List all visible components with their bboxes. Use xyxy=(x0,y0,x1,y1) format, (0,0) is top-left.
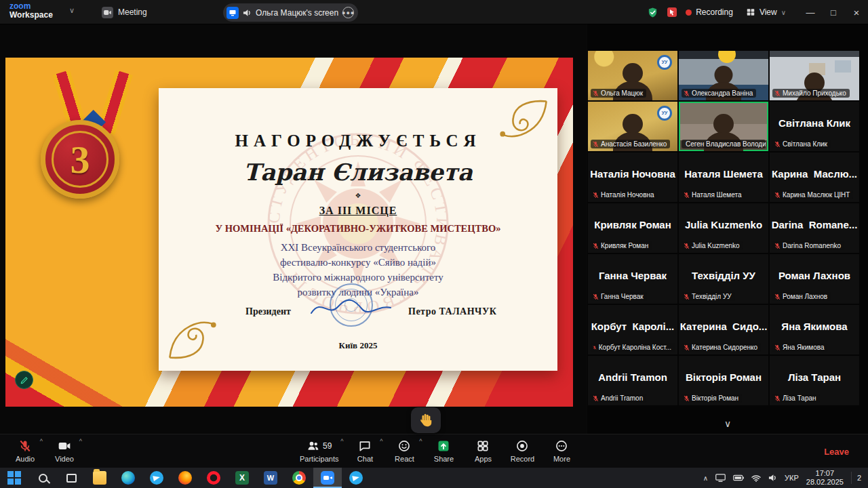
task-view-icon xyxy=(66,474,77,483)
chat-button[interactable]: ^Chat xyxy=(345,434,384,468)
participant-name-tile[interactable]: Кривляк РоманКривляк Роман xyxy=(588,203,677,253)
task-view-taskbar-button[interactable] xyxy=(57,468,85,488)
pencil-icon xyxy=(20,375,29,385)
react-icon xyxy=(397,439,411,453)
share-button[interactable]: Share xyxy=(424,434,463,468)
hidden-icons-chevron[interactable]: ∧ xyxy=(703,474,708,482)
pill-options-icon[interactable]: ●●● xyxy=(342,7,354,18)
apps-button[interactable]: Apps xyxy=(463,434,502,468)
start-taskbar-button[interactable] xyxy=(0,468,28,488)
view-button[interactable]: View ∨ xyxy=(742,5,790,20)
mic-off-icon xyxy=(593,90,599,97)
taskbar-apps xyxy=(0,468,370,488)
participant-name-label: Роман Лахнов xyxy=(772,292,831,301)
participant-name-tile[interactable]: Наталія НочовнаНаталія Ночовна xyxy=(588,152,677,202)
participant-name-text: Яна Якимова xyxy=(783,344,824,351)
video-button[interactable]: ^Video xyxy=(45,434,84,468)
record-button[interactable]: Record xyxy=(502,434,542,468)
shared-screen-title: Ольга Мацюк's screen xyxy=(256,8,338,18)
participant-name-label: Наталя Шемета xyxy=(682,190,745,199)
participant-name-label: Darina Romanenko xyxy=(772,241,844,250)
participant-name-tile[interactable]: Andrii TramonAndrii Tramon xyxy=(588,356,677,405)
recording-indicator[interactable]: Recording xyxy=(686,7,733,17)
participant-name-text: Михайло Приходько xyxy=(783,89,846,97)
participant-name-tile[interactable]: Катерина Сидо...Катерина Сидоренко xyxy=(679,305,768,354)
toolbar-button-label: Participants xyxy=(300,455,338,463)
chrome-taskbar-button[interactable] xyxy=(285,468,313,488)
participant-name-text: Олександра Ваніна xyxy=(692,89,753,97)
maximize-button[interactable]: □ xyxy=(822,0,845,24)
volume-icon[interactable] xyxy=(768,474,777,482)
participant-name-tile[interactable]: Вікторія РоманВікторія Роман xyxy=(679,356,768,405)
security-shield-icon[interactable] xyxy=(647,7,658,18)
more-button[interactable]: More xyxy=(542,434,581,468)
participant-name-tile[interactable]: Julia KuzmenkoJulia Kuzmenko xyxy=(679,203,768,253)
pointer-tool-icon[interactable] xyxy=(667,7,677,17)
participant-name-tile[interactable]: Ганна ЧервакГанна Червак xyxy=(588,254,677,304)
participant-video-tile[interactable]: Сеген Владислав Володи... xyxy=(679,102,768,151)
participants-scroll-down-button[interactable]: ∨ xyxy=(719,419,736,428)
react-button[interactable]: ^React xyxy=(384,434,424,468)
participant-display-name: Роман Лахнов xyxy=(770,269,859,281)
audio-button[interactable]: ^Audio xyxy=(5,434,45,468)
mic-off-icon xyxy=(774,90,781,97)
participant-name-text: Ольга Мацюк xyxy=(601,89,643,97)
close-button[interactable]: × xyxy=(845,0,868,24)
clock[interactable]: 17:07 28.02.2025 xyxy=(806,469,844,487)
wifi-icon[interactable] xyxy=(751,474,761,482)
word-taskbar-button[interactable] xyxy=(256,468,285,488)
tab-meeting[interactable]: Meeting xyxy=(96,4,153,20)
participant-name-tile[interactable]: Карина Маслю...Карина Маслюк ЦІНТ xyxy=(770,152,859,202)
participant-name-tile[interactable]: Яна ЯкимоваЯна Якимова xyxy=(770,305,859,354)
workspace-chevron-icon[interactable]: ∨ xyxy=(69,6,75,15)
participant-name-label: Andrii Tramon xyxy=(591,394,646,403)
signature-stroke xyxy=(308,294,396,321)
tray-time: 17:07 xyxy=(806,469,844,478)
participant-name-tile[interactable]: Роман ЛахновРоман Лахнов xyxy=(770,254,859,304)
participant-video-tile[interactable]: УУОльга Мацюк xyxy=(588,51,677,100)
display-icon[interactable] xyxy=(715,474,726,483)
mic-off-icon xyxy=(593,243,599,249)
chevron-up-icon[interactable]: ^ xyxy=(40,438,43,445)
telegram-desktop-taskbar-button[interactable] xyxy=(342,468,370,488)
participant-name-tile[interactable]: Ліза ТаранЛіза Таран xyxy=(770,356,859,405)
firefox-taskbar-button[interactable] xyxy=(171,468,199,488)
participant-name-tile[interactable]: Техвідділ УУТехвідділ УУ xyxy=(679,254,768,304)
zoom-workspace-logo[interactable]: zoom Workspace xyxy=(9,2,53,19)
telegram-taskbar-button[interactable] xyxy=(142,468,171,488)
participant-video-tile[interactable]: УУАнастасія Базиленко xyxy=(588,102,677,151)
participant-video-tile[interactable]: Олександра Ваніна xyxy=(679,51,768,100)
participant-name-tile[interactable]: Darina Romane...Darina Romanenko xyxy=(770,203,859,253)
toolbar-button-label: More xyxy=(553,455,570,463)
audio-speaker-icon xyxy=(243,9,252,17)
search-taskbar-button[interactable] xyxy=(28,468,57,488)
annotate-button[interactable] xyxy=(15,371,33,389)
excel-taskbar-button[interactable] xyxy=(228,468,256,488)
participant-name-text: Вікторія Роман xyxy=(692,394,738,402)
participant-video-tile[interactable]: Михайло Приходько xyxy=(770,51,859,100)
participant-name-tile[interactable]: Світлана КликСвітлана Клик xyxy=(770,102,859,151)
minimize-button[interactable]: — xyxy=(799,0,822,24)
chevron-up-icon[interactable]: ^ xyxy=(419,438,422,445)
notification-count[interactable]: 2 xyxy=(851,472,861,484)
participant-display-name: Корбут Каролі... xyxy=(588,320,677,331)
edge-taskbar-button[interactable] xyxy=(114,468,142,488)
zoom-taskbar-button[interactable] xyxy=(313,468,342,488)
participant-display-name: Наталія Ночовна xyxy=(588,167,677,179)
shared-screen-pill[interactable]: Ольга Мацюк's screen ●●● xyxy=(223,3,358,22)
windows-taskbar: ∧ УКР 17:07 28.02.2025 2 xyxy=(0,468,868,488)
battery-icon[interactable] xyxy=(733,474,744,481)
participant-name-tile[interactable]: Наталя ШеметаНаталя Шемета xyxy=(679,152,768,202)
certificate-paper: СТУДЕНТСЬКИЙ ФЕСТИВАЛЬ ТВОРЧОСТІ xyxy=(159,88,557,371)
chevron-up-icon[interactable]: ^ xyxy=(380,438,382,445)
participant-name-tile[interactable]: Корбут Каролі...Корбут Кароліна Кост... xyxy=(588,305,677,354)
opera-taskbar-button[interactable] xyxy=(199,468,228,488)
chevron-up-icon[interactable]: ^ xyxy=(79,438,82,445)
raised-hand-reaction[interactable] xyxy=(411,407,441,433)
chevron-up-icon[interactable]: ^ xyxy=(340,438,343,445)
leave-button[interactable]: Leave xyxy=(817,442,856,460)
language-indicator[interactable]: УКР xyxy=(785,474,799,482)
participants-button[interactable]: 59^Participants xyxy=(293,434,345,468)
file-explorer-taskbar-button[interactable] xyxy=(85,468,114,488)
file-explorer-icon xyxy=(93,471,106,485)
